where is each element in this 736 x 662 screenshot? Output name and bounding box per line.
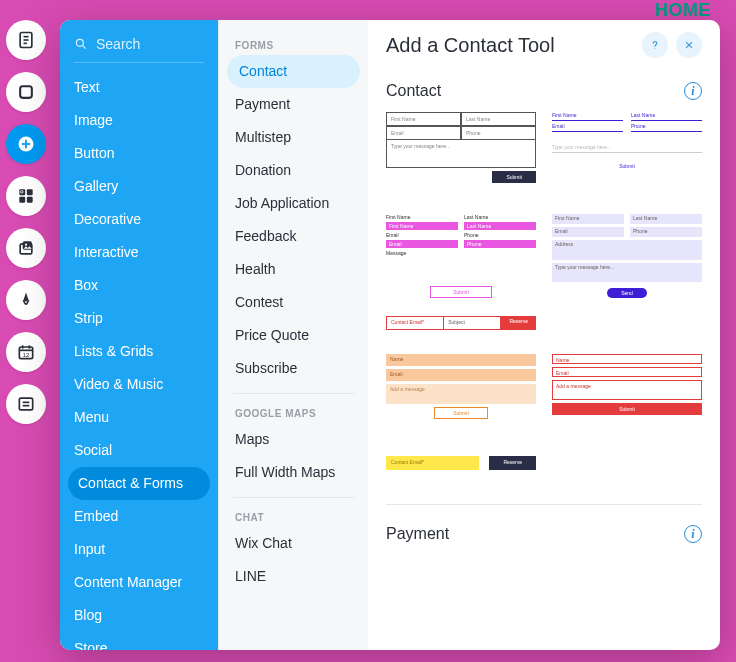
tpl-input: Address bbox=[552, 240, 702, 260]
tpl-field-label: Last Name bbox=[461, 112, 536, 126]
tpl-field-label: Email bbox=[552, 123, 623, 132]
category-item[interactable]: Box bbox=[60, 269, 218, 302]
subcategory-item[interactable]: LINE bbox=[219, 560, 368, 593]
subcategory-heading: GOOGLE MAPS bbox=[219, 402, 368, 423]
rail-content-icon[interactable] bbox=[6, 384, 46, 424]
tpl-input: Add a message bbox=[386, 384, 536, 404]
contact-template-3[interactable]: First NameLast Name First NameLast Name … bbox=[386, 214, 536, 298]
svg-rect-9 bbox=[27, 189, 33, 195]
category-item[interactable]: Contact & Forms bbox=[68, 467, 210, 500]
tpl-field-label: First Name bbox=[386, 112, 461, 126]
svg-line-27 bbox=[83, 46, 86, 49]
category-item[interactable]: Button bbox=[60, 137, 218, 170]
category-item[interactable]: Video & Music bbox=[60, 368, 218, 401]
subcategory-item[interactable]: Contest bbox=[219, 286, 368, 319]
tpl-submit: Reserve bbox=[489, 456, 536, 470]
tpl-submit: Submit bbox=[430, 286, 492, 298]
tpl-submit: Send bbox=[607, 288, 647, 298]
category-item[interactable]: Social bbox=[60, 434, 218, 467]
contact-template-1[interactable]: First NameLast Name EmailPhone Type your… bbox=[386, 112, 536, 196]
tpl-input: Phone bbox=[464, 240, 536, 248]
tpl-field-label: First Name bbox=[552, 112, 623, 121]
category-item[interactable]: Blog bbox=[60, 599, 218, 632]
subcategory-item[interactable]: Donation bbox=[219, 154, 368, 187]
subcategory-item[interactable]: Health bbox=[219, 253, 368, 286]
spacer bbox=[479, 456, 489, 470]
subcategory-item[interactable]: Multistep bbox=[219, 121, 368, 154]
category-item[interactable]: Interactive bbox=[60, 236, 218, 269]
info-button[interactable]: i bbox=[684, 525, 702, 543]
tpl-input: Email bbox=[386, 240, 458, 248]
tpl-input: Add a message bbox=[552, 380, 702, 400]
rail-apps-icon[interactable] bbox=[6, 176, 46, 216]
tpl-field-label: Type your message here... bbox=[386, 140, 536, 168]
tpl-input: Phone bbox=[630, 227, 702, 237]
divider bbox=[233, 497, 354, 498]
category-column: TextImageButtonGalleryDecorativeInteract… bbox=[60, 20, 218, 650]
section-divider bbox=[386, 504, 702, 505]
rail-background-icon[interactable] bbox=[6, 72, 46, 112]
section-payment-header: Payment i bbox=[386, 525, 702, 543]
contact-template-6[interactable]: Name Email Add a message Submit bbox=[386, 354, 536, 438]
tpl-field-label: Last Name bbox=[631, 112, 702, 121]
category-item[interactable]: Content Manager bbox=[60, 566, 218, 599]
subcategory-item[interactable]: Full Width Maps bbox=[219, 456, 368, 489]
editor-left-rail: 12 bbox=[0, 0, 52, 662]
contact-template-4[interactable]: First NameLast Name EmailPhone Address T… bbox=[552, 214, 702, 298]
svg-rect-4 bbox=[20, 86, 32, 98]
tpl-field-label: Email bbox=[386, 232, 458, 238]
rail-media-icon[interactable] bbox=[6, 228, 46, 268]
contact-template-5[interactable]: Contact Email* Subject Reserve bbox=[386, 316, 536, 336]
template-column: Add a Contact Tool Contact i First NameL… bbox=[368, 20, 720, 650]
contact-templates-grid: First NameLast Name EmailPhone Type your… bbox=[386, 112, 702, 476]
category-item[interactable]: Embed bbox=[60, 500, 218, 533]
section-contact-title: Contact bbox=[386, 82, 441, 100]
subcategory-item[interactable]: Maps bbox=[219, 423, 368, 456]
category-item[interactable]: Menu bbox=[60, 401, 218, 434]
rail-bookings-icon[interactable]: 12 bbox=[6, 332, 46, 372]
svg-point-17 bbox=[25, 244, 27, 246]
subcategory-item[interactable]: Contact bbox=[227, 55, 360, 88]
category-item[interactable]: Decorative bbox=[60, 203, 218, 236]
category-item[interactable]: Store bbox=[60, 632, 218, 650]
subcategory-item[interactable]: Price Quote bbox=[219, 319, 368, 352]
category-item[interactable]: Lists & Grids bbox=[60, 335, 218, 368]
tpl-submit: Submit bbox=[552, 163, 702, 169]
category-item[interactable]: Strip bbox=[60, 302, 218, 335]
category-item[interactable]: Gallery bbox=[60, 170, 218, 203]
tpl-field-label: Email bbox=[386, 126, 461, 140]
tpl-input: First Name bbox=[552, 214, 624, 224]
section-payment-title: Payment bbox=[386, 525, 449, 543]
contact-template-8[interactable]: Contact Email* Reserve bbox=[386, 456, 536, 476]
tpl-field-label: Type your message here... bbox=[552, 134, 702, 153]
subcategory-item[interactable]: Feedback bbox=[219, 220, 368, 253]
rail-theme-icon[interactable] bbox=[6, 280, 46, 320]
subcategory-heading: FORMS bbox=[219, 34, 368, 55]
info-button[interactable]: i bbox=[684, 82, 702, 100]
svg-point-28 bbox=[655, 48, 656, 49]
subcategory-item[interactable]: Wix Chat bbox=[219, 527, 368, 560]
svg-point-26 bbox=[76, 39, 83, 46]
divider bbox=[74, 62, 204, 63]
help-button[interactable] bbox=[642, 32, 668, 58]
tpl-submit: Submit bbox=[492, 171, 536, 183]
subcategory-item[interactable]: Job Application bbox=[219, 187, 368, 220]
contact-template-7[interactable]: Name Email Add a message Submit bbox=[552, 354, 702, 438]
category-item[interactable]: Text bbox=[60, 71, 218, 104]
rail-page-icon[interactable] bbox=[6, 20, 46, 60]
tpl-input: Last Name bbox=[630, 214, 702, 224]
close-button[interactable] bbox=[676, 32, 702, 58]
divider bbox=[233, 393, 354, 394]
contact-template-2[interactable]: First NameLast Name EmailPhone Type your… bbox=[552, 112, 702, 196]
tpl-input: Type your message here... bbox=[552, 263, 702, 283]
subcategory-item[interactable]: Subscribe bbox=[219, 352, 368, 385]
search-icon bbox=[74, 37, 88, 51]
tpl-submit: Reserve bbox=[501, 316, 536, 330]
nav-home-link[interactable]: HOME bbox=[655, 0, 711, 21]
category-item[interactable]: Input bbox=[60, 533, 218, 566]
rail-add-icon[interactable] bbox=[6, 124, 46, 164]
search-input[interactable] bbox=[96, 36, 204, 52]
subcategory-item[interactable]: Payment bbox=[219, 88, 368, 121]
category-item[interactable]: Image bbox=[60, 104, 218, 137]
tpl-submit: Submit bbox=[434, 407, 488, 419]
